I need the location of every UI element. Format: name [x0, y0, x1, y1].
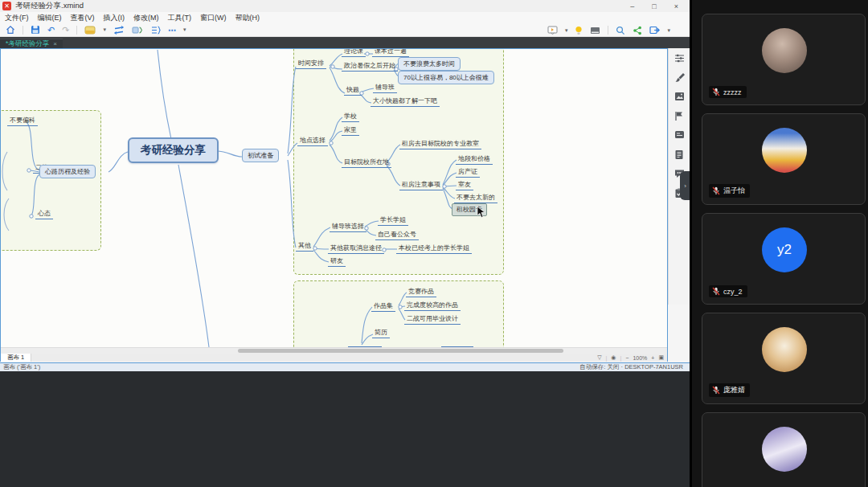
lightbulb-button[interactable]	[575, 26, 583, 35]
fit-screen-button[interactable]: ▣	[658, 354, 664, 361]
more-dropdown-icon[interactable]: ▾	[183, 27, 186, 33]
mindmap-topic[interactable]: 辅导班	[373, 83, 397, 93]
mindmap-topic[interactable]: 房产证	[456, 167, 480, 178]
mindmap-topic[interactable]: 竞赛作品	[406, 287, 436, 297]
scrollbar-thumb[interactable]	[238, 349, 563, 353]
avatar	[762, 427, 807, 472]
marker-flag-icon[interactable]	[674, 111, 684, 121]
mindmap-topic[interactable]: 不要浪费太多时间	[398, 57, 461, 71]
participant-name-chip: czy_2	[709, 285, 747, 297]
horizontal-scrollbar[interactable]	[1, 347, 667, 354]
mindmap-topic[interactable]: 不要偏科	[7, 116, 38, 126]
document-tab[interactable]: *考研经验分享 ×	[0, 39, 63, 48]
mindmap-topic[interactable]: 70以上很容易，80以上会很难	[398, 71, 494, 84]
chevron-right-icon: ›	[684, 182, 686, 190]
marker-dropdown-icon[interactable]: ▾	[103, 27, 106, 33]
mindmap-topic[interactable]: 地段和价格	[456, 154, 493, 165]
mindmap-topic[interactable]: 租房去目标院校的专业教室	[399, 139, 481, 149]
mindmap-topic[interactable]: 时间安排	[296, 59, 326, 69]
redo-button[interactable]: ↷	[62, 26, 69, 35]
sheet-tab[interactable]: 画布 1	[1, 354, 31, 362]
mindmap-topic[interactable]: 快题	[344, 85, 362, 96]
mindmap-topic[interactable]: 不要去太新的	[454, 193, 497, 203]
mindmap-topic[interactable]: 心路历程及经验	[39, 165, 96, 178]
maximize-button[interactable]: □	[652, 2, 656, 10]
mindmap-topic[interactable]: 租房注意事项	[399, 180, 443, 190]
zoom-level[interactable]: 100%	[633, 355, 647, 361]
mindmap-topic[interactable]: 辅导班选择	[330, 222, 366, 232]
mindmap-topic[interactable]: 课本过一遍	[372, 49, 409, 57]
menu-edit[interactable]: 编辑(E)	[38, 13, 62, 23]
preview-eye-icon[interactable]: ◉	[611, 354, 616, 361]
search-icon[interactable]	[616, 26, 625, 35]
menu-file[interactable]: 文件(F)	[5, 13, 29, 23]
menu-view[interactable]: 查看(V)	[71, 13, 95, 23]
avatar	[762, 327, 807, 372]
mindmap-topic[interactable]: 研友	[328, 256, 346, 267]
more-tools-button[interactable]: ⋯	[168, 26, 176, 35]
sticker-label-icon[interactable]	[674, 130, 685, 139]
mindmap-topic[interactable]: 地点选择	[297, 136, 328, 146]
export-button[interactable]	[649, 26, 660, 35]
mindmap-topic[interactable]: 作品集	[371, 301, 395, 312]
marker-button[interactable]	[84, 26, 96, 35]
participant-tile[interactable]: y2 czy_2	[702, 213, 866, 305]
undo-button[interactable]: ↶	[47, 26, 55, 35]
home-button[interactable]	[6, 25, 15, 35]
menu-window[interactable]: 窗口(W)	[200, 13, 227, 23]
share-button[interactable]	[633, 26, 642, 35]
save-button[interactable]	[31, 25, 40, 35]
mic-muted-icon	[712, 287, 720, 296]
participant-name: 温子怡	[723, 186, 745, 196]
minimize-button[interactable]: –	[630, 2, 634, 10]
panel-toggle-button[interactable]	[590, 27, 600, 35]
participant-tile[interactable]: zzzzz	[702, 14, 866, 105]
presentation-dropdown-icon[interactable]: ▾	[565, 27, 568, 34]
xmind-logo-icon: ✕	[2, 2, 11, 10]
document-tab-label: *考研经验分享	[6, 39, 49, 49]
mindmap-topic[interactable]: 其他	[296, 241, 313, 252]
mindmap-topic[interactable]: 大小快题都了解一下吧	[371, 96, 440, 107]
participants-sidebar: zzzzz 温子怡 y2 czy_2 庞雅婧	[690, 0, 868, 487]
notes-icon[interactable]	[674, 149, 684, 160]
mindmap-topic[interactable]: 本校已经考上的学长学姐	[396, 244, 472, 254]
mindmap-topic[interactable]: 学校	[342, 112, 359, 122]
export-dropdown-icon[interactable]: ▾	[667, 27, 670, 34]
zoom-out-button[interactable]: −	[625, 355, 628, 361]
participant-tile[interactable]	[702, 412, 866, 487]
mindmap-topic[interactable]: 家里	[342, 125, 359, 136]
mindmap-topic[interactable]: 二战可用毕业设计	[404, 314, 461, 325]
relationship-button[interactable]	[113, 26, 125, 35]
mindmap-topic[interactable]: 学长学姐	[378, 215, 408, 226]
mindmap-topic[interactable]: 室友	[456, 180, 473, 190]
mindmap-topic[interactable]: 政治暑假之后开始	[342, 61, 398, 72]
participant-tile[interactable]: 庞雅婧	[702, 313, 866, 404]
mindmap-topic[interactable]: 心态	[35, 209, 53, 219]
mindmap-topic[interactable]: 理论课	[342, 49, 366, 57]
mindmap-canvas[interactable]: 不要偏科 二战 心态 心路历程及经验 考研经验分享 初试准备 理论课 课本过一遍…	[1, 49, 667, 347]
presentation-button[interactable]	[547, 26, 558, 35]
tab-close-icon[interactable]: ×	[53, 40, 57, 47]
mindmap-topic[interactable]: 简历	[372, 328, 390, 338]
clipped-topic[interactable]	[441, 342, 473, 347]
zoom-in-button[interactable]: +	[651, 355, 654, 361]
menu-insert[interactable]: 插入(I)	[104, 13, 125, 23]
close-button[interactable]: ×	[674, 2, 678, 10]
filter-icon[interactable]: ▽	[597, 354, 601, 361]
menu-tools[interactable]: 工具(T)	[168, 13, 192, 23]
format-icon[interactable]	[674, 53, 685, 63]
summary-button[interactable]	[132, 26, 143, 35]
mindmap-topic[interactable]: 其他获取消息途径	[328, 244, 384, 254]
mindmap-topic[interactable]: 初试准备	[242, 149, 279, 162]
central-topic[interactable]: 考研经验分享	[128, 137, 219, 163]
image-icon[interactable]	[674, 92, 685, 101]
mindmap-topic[interactable]: 目标院校所在地	[342, 158, 391, 168]
menu-modify[interactable]: 修改(M)	[133, 13, 159, 23]
participant-tile[interactable]: 温子怡	[702, 113, 866, 205]
mindmap-topic[interactable]: 自己看公众号	[375, 230, 419, 240]
menu-help[interactable]: 帮助(H)	[235, 13, 260, 23]
boundary-button[interactable]	[150, 26, 161, 35]
style-brush-icon[interactable]	[674, 72, 685, 83]
clipped-topic[interactable]	[348, 342, 382, 347]
mindmap-topic[interactable]: 完成度较高的作品	[404, 301, 461, 311]
